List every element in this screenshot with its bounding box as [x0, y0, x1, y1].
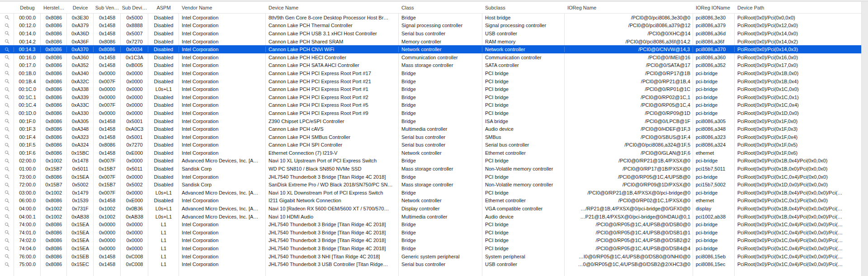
cell-sub_vendor_id: 0x15B7: [94, 182, 121, 187]
magnifier-icon[interactable]: [0, 47, 14, 52]
table-row[interactable]: 74:00.00x80860x15EA0x00000x0000L1Intel C…: [0, 220, 861, 228]
magnifier-icon[interactable]: [0, 103, 14, 108]
table-row[interactable]: 00:14.20x80860xA36F0x80860x7270DisabledI…: [0, 38, 861, 46]
table-row[interactable]: 00:1F.50x80860xA3240x80860x7270DisabledI…: [0, 141, 861, 149]
table-row[interactable]: 04:00.00x10020x731F0x10020x0B36L0s+L1Adv…: [0, 205, 861, 213]
cell-class: Bridge: [399, 119, 482, 124]
table-row[interactable]: 00:1B.40x80860xA32C0x007F0x0000DisabledI…: [0, 77, 861, 86]
cell-subclass: PCI bridge: [482, 246, 565, 251]
table-row[interactable]: 00:16.00x80860xA3600x14580x1C3ADisabledI…: [0, 53, 861, 62]
table-row[interactable]: 00:1F.30x80860xA3480x14580xA0C3DisabledI…: [0, 125, 861, 133]
column-header-vendor_id[interactable]: Herstel…: [41, 5, 67, 10]
column-header-vendor_name[interactable]: Vendor Name: [179, 5, 266, 10]
cell-device_path: PciRoot(0x0)/Pci(0x1B,0x4)/Pci(0x0,0x0): [735, 158, 861, 163]
table-row[interactable]: 00:14.30x80860xA3700x80860x0034DisabledI…: [0, 45, 861, 53]
magnifier-icon[interactable]: [0, 198, 14, 203]
table-row[interactable]: 00:1F.40x80860xA3230x14580x5001DisabledI…: [0, 133, 861, 141]
column-header-aspm[interactable]: ASPM: [148, 5, 179, 10]
cell-ioreg_name: /PCI0@0/IMEI@16: [565, 55, 693, 60]
table-row[interactable]: 73:00.00x80860x15EA0x007F0x0000DisabledI…: [0, 173, 861, 181]
cell-ioreg_name: /PCI0@0/RP05@1C,4: [565, 102, 693, 108]
magnifier-icon[interactable]: [0, 15, 14, 20]
cell-debug: 74:04.0: [14, 246, 41, 251]
magnifier-icon[interactable]: [0, 158, 14, 163]
column-header-ioreg_ioname[interactable]: IOReg IOName: [693, 5, 735, 10]
table-row[interactable]: 74:04.00x80860x15EA0x00000x0000L1Intel C…: [0, 244, 861, 252]
column-header-device_name[interactable]: Device Name: [266, 5, 399, 10]
cell-subclass: PCI bridge: [482, 222, 565, 227]
column-header-device_path[interactable]: Device Path: [735, 5, 861, 10]
cell-device_name: JHL7540 Thunderbolt 3 Bridge [Titan Ridg…: [266, 222, 399, 227]
magnifier-icon[interactable]: [0, 23, 14, 28]
magnifier-icon[interactable]: [0, 119, 14, 124]
magnifier-icon[interactable]: [0, 95, 14, 100]
table-row[interactable]: 01:00.00x15B70x50110x15B70x5011DisabledS…: [0, 165, 861, 173]
cell-subclass: USB controller: [482, 262, 565, 267]
magnifier-icon[interactable]: [0, 182, 14, 187]
table-row[interactable]: 00:1C.00x80860xA3380x00000x0000L0s+L1Int…: [0, 85, 861, 93]
table-row[interactable]: 00:1F.00x80860xA3050x14580x5001DisabledI…: [0, 117, 861, 125]
magnifier-icon[interactable]: [0, 127, 14, 132]
table-row[interactable]: 74:01.00x80860x15EA0x00000x0000L1Intel C…: [0, 228, 861, 237]
cell-device_id: 0xA348: [67, 126, 94, 132]
table-row[interactable]: 02:00.00x10020x14780x007F0x0000DisabledA…: [0, 157, 861, 165]
magnifier-icon[interactable]: [0, 222, 14, 227]
cell-ioreg_name: /PCI0@0/RP17@1B: [565, 71, 693, 76]
table-row[interactable]: 04:00.10x10020xAB380x10020xAB38L0s+L1Adv…: [0, 213, 861, 221]
table-row[interactable]: 76:00.00x80860x15EB0x14580xC008L1Intel C…: [0, 252, 861, 261]
cell-vendor_id: 0x8086: [41, 230, 67, 235]
table-row[interactable]: 00:1F.60x80860x15BC0x14580xE000DisabledI…: [0, 149, 861, 157]
cell-debug: 00:1F.3: [14, 126, 41, 132]
magnifier-icon[interactable]: [0, 190, 14, 195]
magnifier-icon[interactable]: [0, 246, 14, 251]
table-row[interactable]: 00:1C.40x80860xA33C0x007F0x0000DisabledI…: [0, 101, 861, 109]
column-header-sub_device_id[interactable]: Sub Devi…: [121, 5, 148, 10]
scrollbar-track[interactable]: [861, 2, 868, 276]
magnifier-icon[interactable]: [0, 55, 14, 60]
magnifier-icon[interactable]: [0, 206, 14, 211]
column-header-sub_vendor_id[interactable]: Sub Ven…: [94, 5, 121, 10]
magnifier-icon[interactable]: [0, 150, 14, 155]
magnifier-icon[interactable]: [0, 110, 14, 115]
magnifier-icon[interactable]: [0, 214, 14, 219]
column-header-ioreg_name[interactable]: IOReg Name: [565, 5, 693, 10]
cell-aspm: Disabled: [148, 126, 179, 132]
column-header-subclass[interactable]: Subclass: [482, 5, 565, 10]
magnifier-icon[interactable]: [0, 262, 14, 267]
table-row[interactable]: 75:00.00x80860x15EC0x14580xC008L1Intel C…: [0, 260, 861, 268]
table-row[interactable]: 00:12.00x80860xA3790x14580x8888DisabledI…: [0, 22, 861, 30]
magnifier-icon[interactable]: [0, 87, 14, 92]
cell-class: Serial bus controller: [399, 31, 482, 36]
table-row[interactable]: 03:00.00x10020x14790x007F0x0000L0s+L1Adv…: [0, 189, 861, 197]
magnifier-icon[interactable]: [0, 39, 14, 44]
cell-ioreg_ioname: pci8086,a324: [693, 142, 735, 148]
table-row[interactable]: 00:1C.10x80860xA3390x00000x0000DisabledI…: [0, 93, 861, 101]
table-row[interactable]: 74:02.00x80860x15EA0x00000x0000L1Intel C…: [0, 237, 861, 245]
magnifier-icon[interactable]: [0, 71, 14, 76]
magnifier-icon[interactable]: [0, 174, 14, 179]
table-row[interactable]: 00:1B.00x80860xA3400x00000x0000DisabledI…: [0, 69, 861, 77]
table-row[interactable]: 00:00.00x80860x3E300x14580x5000DisabledI…: [0, 14, 861, 22]
cell-class: Network controller: [399, 47, 482, 52]
magnifier-icon[interactable]: [0, 238, 14, 243]
cell-vendor_id: 0x8086: [41, 86, 67, 92]
cell-sub_vendor_id: 0x8086: [94, 39, 121, 44]
table-row[interactable]: 00:17.00x80860xA3520x14580xB005DisabledI…: [0, 62, 861, 70]
cell-ioreg_name: /PCI0@0/RP09@1D: [565, 110, 693, 116]
table-row[interactable]: 72:00.00x15B70x50020x15B70x5002DisabledS…: [0, 181, 861, 189]
magnifier-icon[interactable]: [0, 79, 14, 84]
magnifier-icon[interactable]: [0, 143, 14, 148]
magnifier-icon[interactable]: [0, 63, 14, 68]
column-header-class[interactable]: Class: [399, 5, 482, 10]
column-header-debug[interactable]: Debug: [14, 5, 41, 10]
magnifier-icon[interactable]: [0, 254, 14, 259]
table-row[interactable]: 00:1D.00x80860xA3300x00000x0000DisabledI…: [0, 109, 861, 117]
magnifier-icon[interactable]: [0, 31, 14, 36]
column-header-device_id[interactable]: Device: [67, 5, 94, 10]
magnifier-icon[interactable]: [0, 134, 14, 139]
magnifier-icon[interactable]: [0, 230, 14, 235]
table-row[interactable]: 06:00.00x80860x15390x14580xE000DisabledI…: [0, 197, 861, 205]
cell-sub_vendor_id: 0x8086: [94, 47, 121, 52]
table-row[interactable]: 00:14.00x80860xA36D0x14580x5007DisabledI…: [0, 29, 861, 38]
magnifier-icon[interactable]: [0, 167, 14, 171]
